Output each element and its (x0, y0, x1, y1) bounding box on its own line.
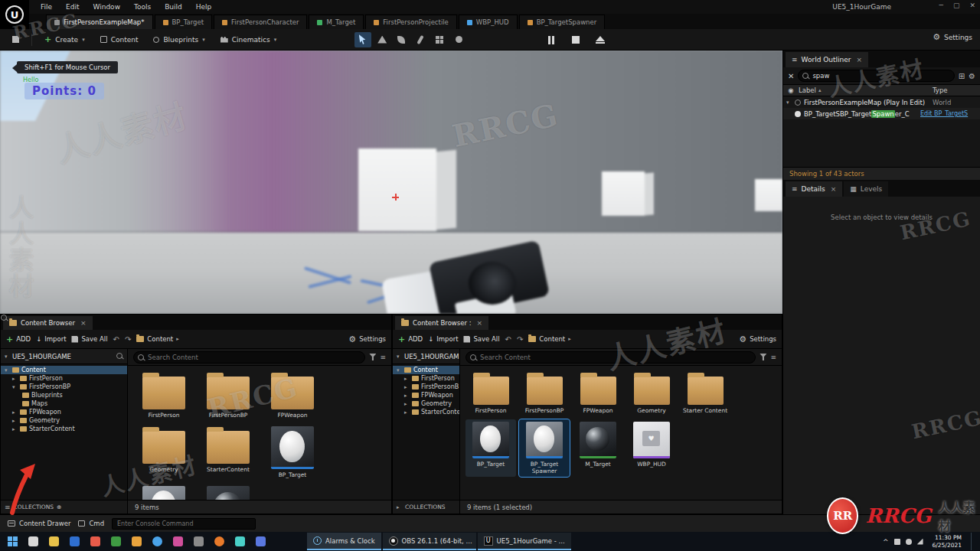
taskbar-app-alarms-clock[interactable]: Alarms & Clock (307, 533, 381, 550)
asset-tile-folder[interactable]: FPWeapon (262, 370, 323, 421)
stop-button[interactable] (568, 32, 583, 47)
outliner-settings-icon[interactable]: ⚙ (969, 72, 975, 80)
menu-tools[interactable]: Tools (127, 3, 158, 11)
tab-wbp-hud[interactable]: WBP_HUD (459, 15, 518, 29)
network-icon[interactable] (906, 539, 912, 545)
taskbar-clock[interactable]: 11:30 PM 6/25/2021 (929, 534, 965, 549)
tree-item-fpweapon[interactable]: ▸FPWeapon (1, 408, 127, 416)
back-icon[interactable]: ↶ (505, 335, 511, 344)
source-root[interactable]: ▾UE5_1HOURGAM (393, 349, 459, 364)
taskbar-app-obs[interactable]: OBS 26.1.1 (64-bit, ... (383, 533, 476, 550)
start-button[interactable] (3, 533, 22, 550)
show-desktop-strip[interactable] (971, 533, 974, 550)
taskbar-pinned-app-icon[interactable] (210, 533, 229, 550)
menu-edit[interactable]: Edit (59, 3, 86, 11)
menu-help[interactable]: Help (189, 3, 219, 11)
taskbar-pinned-app-icon[interactable] (168, 533, 188, 550)
type-column-header[interactable]: Type (933, 86, 980, 94)
taskbar-pinned-app-icon[interactable] (24, 533, 43, 550)
pause-button[interactable] (544, 32, 559, 47)
asset-tile-folder[interactable]: FirstPerson (466, 370, 516, 416)
asset-tile-folder[interactable]: FirstPerson (133, 370, 194, 421)
import-button[interactable]: ↓Import (36, 335, 66, 343)
hidden-icons-chevron[interactable]: ^ (883, 538, 889, 546)
add-collection-icon[interactable]: ⊕ (57, 504, 61, 510)
game-viewport[interactable]: Shift+F1 for Mouse Cursor Hello Points: … (0, 51, 782, 314)
asset-tile-blueprint-selected[interactable]: BP_Target Spawner (519, 419, 570, 477)
collections-bar[interactable]: ▸COLLECTIONS (393, 500, 460, 514)
view-options-icon[interactable]: ≡ (770, 354, 776, 361)
close-icon[interactable]: ✕ (969, 2, 975, 9)
source-root[interactable]: ▾UE5_1HOURGAME (1, 349, 127, 364)
content-browser-settings-button[interactable]: ⚙Settings (348, 335, 386, 344)
add-button[interactable]: +ADD (398, 335, 423, 344)
taskbar-pinned-app-icon[interactable] (86, 533, 105, 550)
tree-item-content[interactable]: ▾Content (393, 366, 459, 374)
unreal-logo[interactable]: U (0, 0, 29, 29)
tab-firstpersonprojectile[interactable]: FirstPersonProjectile (365, 15, 457, 29)
select-mode-button[interactable] (354, 32, 371, 47)
taskbar-pinned-app-icon[interactable] (65, 533, 84, 550)
asset-tile-widget[interactable]: ♥WBP_HUD (626, 419, 677, 477)
tree-item-content[interactable]: ▾Content (1, 366, 127, 374)
maximize-icon[interactable]: ▢ (953, 2, 960, 9)
asset-search-input[interactable] (466, 351, 756, 364)
add-filter-icon[interactable]: ⊞ (959, 72, 965, 80)
filter-icon[interactable] (369, 354, 376, 360)
landscape-mode-button[interactable] (374, 32, 390, 47)
search-icon[interactable] (116, 353, 123, 360)
outliner-search-input[interactable] (798, 70, 954, 82)
forward-icon[interactable]: ↷ (125, 335, 131, 344)
asset-tile-folder[interactable]: FPWeapon (573, 370, 623, 416)
content-drawer-button[interactable]: Content Drawer (8, 520, 70, 527)
tree-item-firstperson[interactable]: ▸FirstPerson (393, 374, 459, 383)
path-breadcrumb[interactable]: Content▸ (528, 335, 570, 343)
menu-build[interactable]: Build (158, 3, 189, 11)
eject-button[interactable] (593, 32, 608, 47)
mesh-paint-mode-button[interactable] (412, 32, 429, 47)
taskbar-app-ue5[interactable]: UUE5_1HourGame - ... (478, 533, 571, 550)
import-button[interactable]: ↓Import (428, 335, 458, 343)
blueprints-button[interactable]: Blueprints▾ (147, 34, 211, 46)
back-icon[interactable]: ↶ (113, 335, 119, 344)
taskbar-pinned-app-icon[interactable] (230, 533, 250, 550)
minimize-icon[interactable]: ─ (939, 2, 943, 9)
tab-content-browser[interactable]: Content Browser :× (395, 316, 488, 330)
asset-tile-folder[interactable]: Geometry (626, 370, 677, 416)
add-button[interactable]: +ADD (6, 335, 31, 344)
tab-world-outliner[interactable]: ≡World Outliner× (786, 52, 868, 67)
close-icon[interactable]: × (856, 56, 862, 64)
edit-blueprint-link[interactable]: Edit BP_TargetS (920, 110, 980, 117)
cinematics-button[interactable]: Cinematics▾ (214, 34, 283, 46)
close-icon[interactable]: × (477, 319, 483, 327)
asset-tile-blueprint[interactable]: BP_Target (262, 424, 323, 481)
fracture-mode-button[interactable] (431, 32, 448, 47)
tree-item-firstperson[interactable]: ▸FirstPerson (1, 374, 127, 383)
view-options-icon[interactable]: ≡ (380, 354, 386, 361)
content-browser-settings-button[interactable]: ⚙Settings (739, 335, 776, 344)
create-button[interactable]: +Create▾ (38, 33, 91, 46)
menu-file[interactable]: File (34, 3, 59, 11)
path-breadcrumb[interactable]: Content▸ (136, 335, 178, 343)
close-icon[interactable]: × (831, 185, 837, 193)
taskbar-pinned-app-icon[interactable] (189, 533, 208, 550)
cmd-button[interactable]: Cmd (78, 520, 104, 527)
tab-details[interactable]: ≡Details× (786, 181, 842, 197)
outliner-row-spawner[interactable]: BP_TargetSBP_TargetSpawner_C Edit BP_Tar… (783, 108, 980, 119)
clear-search-icon[interactable]: ✕ (788, 72, 794, 80)
viewport-settings-button[interactable]: ⚙Settings (933, 33, 972, 41)
visibility-column-icon[interactable]: ◉ (783, 86, 799, 94)
taskbar-pinned-app-icon[interactable] (148, 533, 167, 550)
taskbar-pinned-app-icon[interactable] (44, 533, 64, 550)
tree-item-geometry[interactable]: ▸Geometry (393, 399, 459, 408)
asset-search-input[interactable] (133, 351, 365, 364)
tab-bp-targetspawner[interactable]: BP_TargetSpawner (519, 15, 606, 29)
taskbar-pinned-app-icon[interactable] (127, 533, 146, 550)
save-all-button[interactable]: Save All (71, 335, 107, 343)
tree-item-firstpersonbp[interactable]: ▾FirstPersonBP (1, 383, 127, 391)
tray-app-icon[interactable] (894, 539, 900, 545)
asset-tile-folder[interactable]: Starter Content (680, 370, 730, 416)
tree-item-startercontent[interactable]: ▸StarterContent (1, 425, 127, 433)
tree-item-geometry[interactable]: ▸Geometry (1, 416, 127, 425)
chevron-down-icon[interactable]: ▾ (786, 99, 792, 106)
